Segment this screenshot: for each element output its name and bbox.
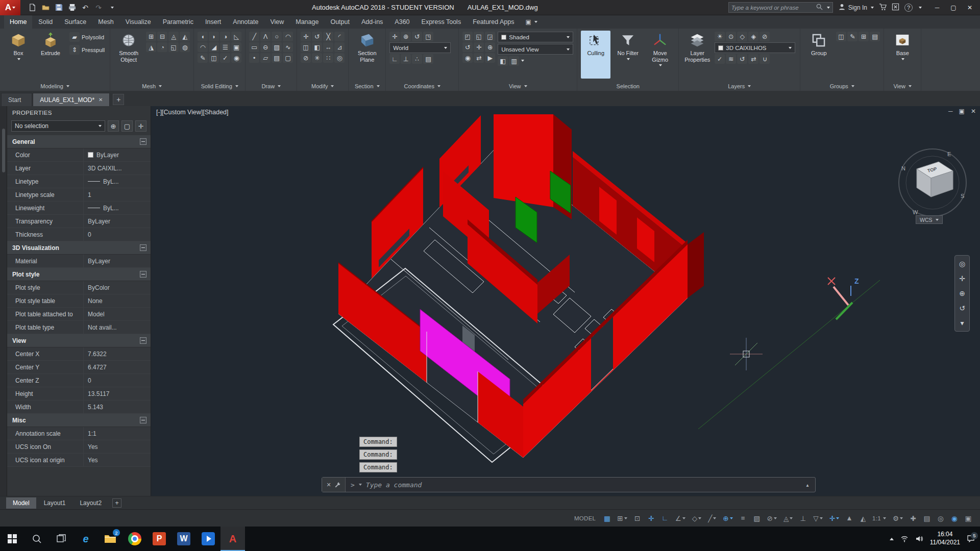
model-space-toggle[interactable]: MODEL (572, 512, 599, 524)
property-value[interactable]: 3D CAIXIL... (84, 162, 151, 174)
ribbon-tab[interactable]: Parametric (157, 15, 199, 29)
point-icon[interactable]: • (249, 53, 259, 63)
mesh-smooth-more-icon[interactable]: ⊞ (146, 32, 156, 41)
region-icon[interactable]: ▱ (260, 53, 271, 63)
ribbon-tab[interactable]: Insert (200, 15, 227, 29)
ribbon-tab[interactable]: Featured Apps (467, 15, 520, 29)
search-dropdown-icon[interactable] (827, 7, 830, 9)
exchange-apps-icon[interactable] (892, 3, 899, 12)
annotation-visibility-icon[interactable]: ▲ (843, 512, 855, 524)
property-value[interactable]: 0 (84, 228, 151, 241)
polyline-icon[interactable]: Λ (260, 32, 271, 41)
group-edit-icon[interactable]: ✎ (847, 32, 857, 41)
walk-icon[interactable]: ⇄ (474, 53, 484, 63)
separate-icon[interactable]: ◫ (209, 53, 219, 63)
action-center-button[interactable]: 5 (967, 534, 975, 544)
layout-tab[interactable]: Layout2 (73, 497, 108, 509)
volume-icon[interactable] (915, 535, 923, 543)
graphics-performance-icon[interactable]: ◉ (948, 512, 960, 524)
annotation-monitor-icon[interactable]: ✚ (906, 512, 919, 524)
network-icon[interactable] (900, 535, 909, 543)
property-value[interactable]: 0 (84, 374, 151, 387)
selection-cycling-icon[interactable]: ⊘ (764, 512, 779, 524)
layer-off-icon[interactable]: ⊘ (760, 32, 770, 41)
ribbon-tab[interactable]: Output (325, 15, 355, 29)
task-view-button[interactable] (49, 527, 74, 551)
property-value[interactable]: ByLayer (84, 215, 151, 228)
section-header[interactable]: Plot style (7, 268, 151, 281)
chrome-icon[interactable] (122, 527, 147, 551)
panel-title-modeling[interactable]: Modeling (0, 81, 110, 91)
section-header[interactable]: General (7, 135, 151, 148)
layer-dropdown[interactable]: 3D CAIXILHOS (715, 42, 795, 53)
drawing-canvas[interactable]: N E S W TOP Z (151, 106, 980, 496)
start-button[interactable] (0, 527, 24, 551)
qat-menu-icon[interactable] (107, 3, 116, 12)
property-value[interactable]: ByL... (84, 202, 151, 214)
property-value[interactable]: ByLayer (84, 255, 151, 267)
fillet-edge-icon[interactable]: ◠ (198, 42, 208, 52)
file-tab[interactable]: Start (1, 93, 32, 106)
collapse-section-icon[interactable] (140, 244, 146, 251)
palette-grip-bar[interactable] (0, 106, 7, 496)
ucs-world-icon[interactable]: ⊕ (401, 32, 411, 41)
word-icon[interactable]: W (172, 527, 196, 551)
base-button[interactable]: Base (888, 31, 917, 79)
help-dropdown-icon[interactable] (919, 7, 922, 9)
offset-icon[interactable]: ◎ (334, 53, 345, 63)
gradient-icon[interactable]: ▤ (272, 53, 282, 63)
arc-icon[interactable]: ◠ (283, 32, 293, 41)
recent-commands-icon[interactable] (359, 484, 362, 486)
extrude-button[interactable]: Extrude (36, 31, 65, 79)
erase-icon[interactable]: ⊘ (301, 53, 311, 63)
help-search-box[interactable] (728, 2, 833, 13)
autocad-taskbar-icon[interactable]: A (220, 527, 245, 551)
stretch-icon[interactable]: ↔ (323, 42, 333, 52)
viewport-config-icon[interactable]: ◧ (498, 56, 508, 66)
view-front-icon[interactable]: ◱ (474, 32, 484, 41)
ucs-named-icon[interactable]: ▤ (423, 54, 433, 64)
panel-title-solid-editing[interactable]: Solid Editing (194, 81, 245, 91)
snap-mode-icon[interactable]: ⊞ (614, 512, 629, 524)
fillet-icon[interactable]: ◜ (334, 32, 345, 41)
section-header[interactable]: View (7, 334, 151, 347)
polar-tracking-icon[interactable]: ∠ (672, 512, 688, 524)
no-filter-button[interactable]: No Filter (613, 31, 643, 79)
panel-title-view[interactable]: View (459, 81, 577, 91)
close-button[interactable]: ✕ (962, 1, 978, 15)
layer-walk-icon[interactable]: ⇄ (748, 54, 758, 64)
ribbon-tab[interactable]: View (264, 15, 289, 29)
ribbon-tab[interactable]: A360 (389, 15, 415, 29)
scale-icon[interactable]: ⊿ (334, 42, 345, 52)
group-toggle-icon[interactable]: ⊞ (859, 32, 869, 41)
subtract-icon[interactable]: ◗ (209, 32, 219, 41)
named-views-icon[interactable]: ▥ (509, 56, 519, 66)
steering-wheel-icon[interactable]: ◎ (959, 260, 965, 268)
property-value[interactable]: 6.4727 (84, 361, 151, 373)
dynamic-input-icon[interactable]: ✛ (645, 512, 657, 524)
mesh-add-crease-icon[interactable]: ◭ (180, 32, 190, 41)
panel-title-coordinates[interactable]: Coordinates (386, 81, 458, 91)
redo-icon[interactable]: ↷ (94, 3, 103, 12)
panel-title-view-base[interactable]: View (884, 81, 921, 91)
osnap-3d-icon[interactable]: ◬ (780, 512, 795, 524)
box-button[interactable]: Box (4, 31, 33, 79)
section-header[interactable]: Misc (7, 414, 151, 427)
layer-freeze-icon[interactable]: ◇ (737, 32, 747, 41)
hatch-icon[interactable]: ▨ (272, 42, 282, 52)
layer-lock-icon[interactable]: ◈ (748, 32, 758, 41)
property-value[interactable]: 7.6322 (84, 347, 151, 360)
layer-isolate-icon[interactable]: ☀ (715, 32, 725, 41)
collapse-section-icon[interactable] (140, 417, 146, 423)
explode-icon[interactable]: ✳ (312, 53, 322, 63)
annotation-scale[interactable]: 1:1 (870, 512, 888, 524)
group-button[interactable]: Group (804, 31, 834, 79)
mesh-refine-icon[interactable]: ◬ (168, 32, 179, 41)
autotrack-icon[interactable]: ╱ (705, 512, 718, 524)
property-value[interactable]: 1:1 (84, 427, 151, 440)
ribbon-tab[interactable]: Add-ins (356, 15, 388, 29)
select-objects-icon[interactable]: ▢ (121, 120, 133, 132)
ucs-face-icon[interactable]: ◳ (423, 32, 433, 41)
mesh-close-hole-icon[interactable]: ◍ (180, 42, 190, 52)
edge-icon[interactable]: e (74, 527, 98, 551)
